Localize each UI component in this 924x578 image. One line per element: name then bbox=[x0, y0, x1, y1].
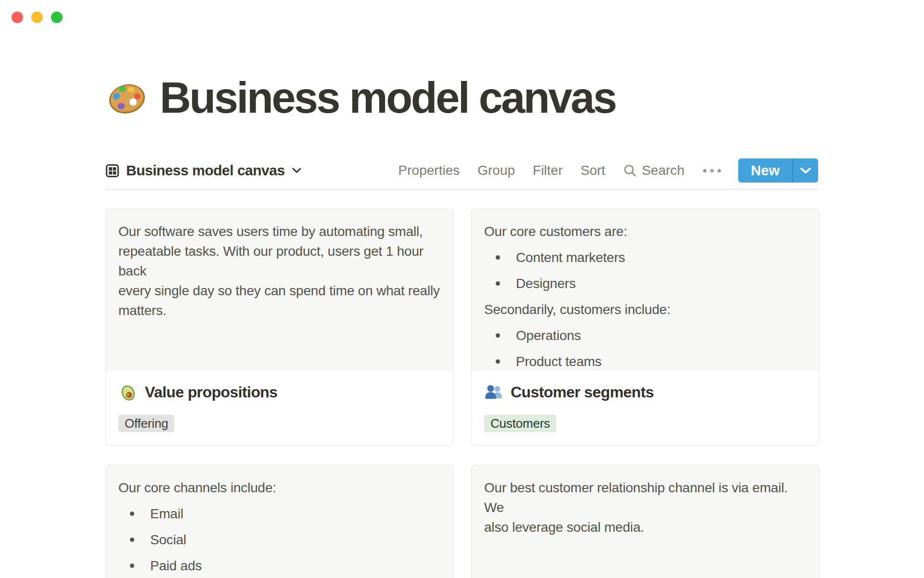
filter-button[interactable]: Filter bbox=[533, 163, 563, 178]
card-bullet-list: EmailSocialPaid ads bbox=[118, 504, 441, 576]
card-bullet-item: Content marketers bbox=[484, 248, 807, 267]
card-bullet-item: Product teams bbox=[484, 352, 807, 370]
chevron-down-icon bbox=[292, 168, 301, 173]
card-bullet-item: Paid ads bbox=[118, 556, 441, 576]
card-paragraph: Our best customer relationship channel i… bbox=[484, 478, 807, 537]
page-title[interactable]: Business model canvas bbox=[160, 76, 616, 119]
minimize-window-button[interactable] bbox=[31, 12, 43, 23]
card-bullet-item: Email bbox=[118, 504, 441, 524]
card-preview: Our software saves users time by automat… bbox=[106, 209, 453, 370]
close-window-button[interactable] bbox=[12, 12, 23, 23]
view-name-label: Business model canvas bbox=[126, 162, 285, 179]
gallery-grid: Our software saves users time by automat… bbox=[105, 209, 820, 578]
card-preview: Our core customers are:Content marketers… bbox=[472, 209, 819, 370]
card-preview: Our core channels include:EmailSocialPai… bbox=[106, 465, 453, 578]
card-preview: Our best customer relationship channel i… bbox=[472, 465, 819, 578]
gallery-card[interactable]: Our best customer relationship channel i… bbox=[471, 465, 820, 578]
properties-button[interactable]: Properties bbox=[398, 163, 460, 178]
gallery-card[interactable]: Our software saves users time by automat… bbox=[105, 209, 454, 446]
search-label: Search bbox=[642, 163, 685, 178]
card-paragraph: Our core channels include: bbox=[118, 478, 441, 498]
card-paragraph: Our core customers are: bbox=[484, 222, 807, 241]
card-tag: Customers bbox=[484, 415, 556, 432]
more-options-icon[interactable] bbox=[702, 169, 722, 172]
card-title: Value propositions bbox=[145, 383, 277, 401]
page-header: Business model canvas bbox=[107, 76, 616, 119]
card-bullet-item: Operations bbox=[484, 326, 807, 345]
view-actions: Properties Group Filter Sort Search New bbox=[398, 158, 818, 183]
card-tag: Offering bbox=[118, 415, 174, 432]
card-title-row: Value propositions bbox=[118, 382, 441, 402]
avocado-emoji-icon bbox=[118, 382, 138, 402]
card-title: Customer segments bbox=[511, 383, 654, 401]
busts-emoji-icon bbox=[484, 382, 503, 402]
card-paragraph: Secondarily, customers include: bbox=[484, 300, 807, 319]
gallery-grid-icon bbox=[106, 164, 119, 177]
window-controls bbox=[12, 12, 63, 23]
card-bullet-item: Social bbox=[118, 530, 441, 550]
card-title-row: Customer segments bbox=[484, 382, 807, 402]
view-toolbar: Business model canvas Properties Group F… bbox=[106, 152, 818, 190]
card-bullet-list: Content marketersDesigners bbox=[484, 248, 807, 293]
card-footer: Value propositionsOffering bbox=[106, 370, 453, 444]
search-button[interactable]: Search bbox=[623, 163, 685, 178]
card-bullet-item: Designers bbox=[484, 274, 807, 293]
group-button[interactable]: Group bbox=[477, 163, 515, 178]
view-selector[interactable]: Business model canvas bbox=[106, 162, 301, 179]
search-icon bbox=[623, 164, 637, 177]
gallery-card[interactable]: Our core channels include:EmailSocialPai… bbox=[105, 465, 454, 578]
sort-button[interactable]: Sort bbox=[580, 163, 605, 178]
palette-emoji-icon bbox=[107, 78, 147, 118]
chevron-down-icon bbox=[800, 167, 811, 174]
gallery-card[interactable]: Our core customers are:Content marketers… bbox=[471, 209, 820, 446]
zoom-window-button[interactable] bbox=[51, 12, 63, 23]
new-dropdown-button[interactable] bbox=[793, 158, 818, 183]
card-bullet-list: OperationsProduct teams bbox=[484, 326, 807, 370]
card-paragraph: Our software saves users time by automat… bbox=[118, 222, 441, 320]
new-button[interactable]: New bbox=[738, 158, 818, 183]
card-footer: Customer segmentsCustomers bbox=[472, 370, 819, 444]
new-button-label[interactable]: New bbox=[738, 158, 792, 183]
